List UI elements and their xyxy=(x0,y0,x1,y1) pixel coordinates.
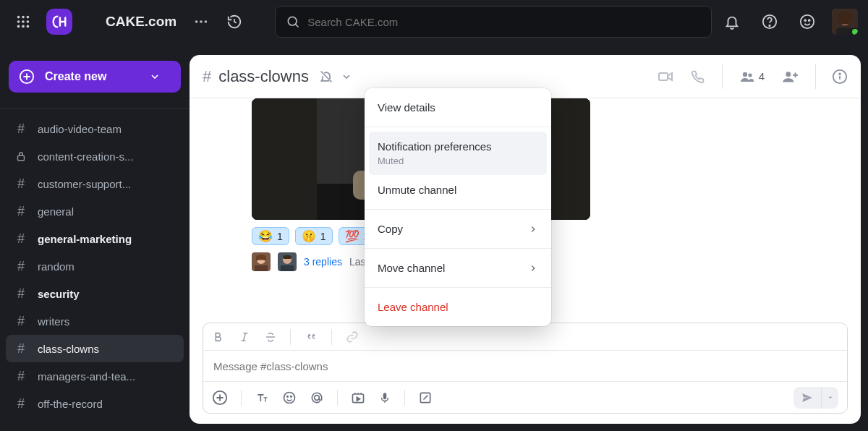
org-name[interactable]: CAKE.com xyxy=(106,14,176,30)
member-count[interactable]: 4 xyxy=(739,68,765,85)
channel-label: security xyxy=(38,288,80,300)
sidebar-channel-class-clowns[interactable]: #class-clowns xyxy=(6,335,184,362)
svg-point-11 xyxy=(205,20,208,23)
svg-point-2 xyxy=(27,16,30,19)
sidebar-channel-audio-video-team[interactable]: #audio-video-team xyxy=(6,115,184,142)
emoji-icon[interactable] xyxy=(794,9,820,35)
people-icon xyxy=(739,68,756,85)
svg-point-9 xyxy=(195,20,198,23)
svg-point-12 xyxy=(289,17,297,25)
sidebar-channel-managers-and-tea-[interactable]: #managers-and-tea... xyxy=(6,362,184,390)
sidebar-channel-writers[interactable]: #writers xyxy=(6,307,184,335)
channel-name: class-clowns xyxy=(218,67,309,86)
channel-title[interactable]: # class-clowns xyxy=(203,67,309,86)
svg-point-25 xyxy=(748,73,752,77)
mention-icon[interactable] xyxy=(310,391,324,405)
svg-point-46 xyxy=(284,392,295,403)
lock-icon xyxy=(14,150,27,163)
history-icon[interactable] xyxy=(221,9,247,35)
help-icon[interactable] xyxy=(757,9,783,35)
svg-point-14 xyxy=(769,25,770,26)
strikethrough-icon[interactable] xyxy=(264,330,277,343)
add-people-icon[interactable] xyxy=(780,67,799,86)
muted-bell-icon[interactable] xyxy=(319,69,333,84)
sidebar-channel-security[interactable]: #security xyxy=(6,280,184,307)
reaction-😂[interactable]: 😂1 xyxy=(252,227,289,245)
info-icon[interactable] xyxy=(832,69,848,85)
svg-point-47 xyxy=(287,396,289,397)
bold-icon[interactable] xyxy=(212,330,225,343)
channel-dropdown-menu: View details Notification preferences Mu… xyxy=(365,88,551,326)
menu-move-channel[interactable]: Move channel xyxy=(365,253,551,283)
svg-point-0 xyxy=(17,16,20,19)
send-options-button[interactable] xyxy=(821,387,838,409)
svg-point-10 xyxy=(200,20,203,23)
menu-leave-channel[interactable]: Leave channel xyxy=(365,292,551,322)
channel-label: audio-video-team xyxy=(38,123,122,135)
record-video-icon[interactable] xyxy=(351,391,365,405)
text-format-icon[interactable] xyxy=(255,391,269,405)
menu-copy[interactable]: Copy xyxy=(365,214,551,244)
create-new-label: Create new xyxy=(45,70,106,83)
svg-point-26 xyxy=(786,72,791,77)
link-icon[interactable] xyxy=(345,330,359,343)
channel-label: managers-and-tea... xyxy=(38,370,135,383)
message-composer xyxy=(203,323,848,414)
svg-rect-22 xyxy=(18,155,25,161)
bell-icon[interactable] xyxy=(719,9,745,35)
sidebar-channel-content-creation-s-[interactable]: content-creation-s... xyxy=(6,142,184,170)
svg-point-15 xyxy=(801,15,814,28)
svg-point-24 xyxy=(742,72,746,76)
search-icon xyxy=(286,14,300,29)
svg-point-48 xyxy=(291,396,292,397)
svg-point-17 xyxy=(809,20,810,21)
sidebar-channel-customer-support-[interactable]: #customer-support... xyxy=(6,170,184,197)
message-input[interactable] xyxy=(213,360,837,372)
channel-label: off-the-record xyxy=(38,398,103,410)
channel-label: general-marketing xyxy=(38,233,132,245)
send-button-group xyxy=(793,387,838,409)
menu-notification-preferences[interactable]: Notification preferences Muted xyxy=(369,132,547,175)
search-bar[interactable] xyxy=(275,6,712,38)
menu-view-details[interactable]: View details xyxy=(365,93,551,122)
channel-label: class-clowns xyxy=(38,343,99,355)
compose-icon[interactable] xyxy=(418,391,433,405)
hash-icon: # xyxy=(14,259,27,274)
channel-label: general xyxy=(38,205,74,218)
profile-avatar[interactable] xyxy=(832,9,858,35)
hash-icon: # xyxy=(14,286,27,302)
sidebar-channel-general[interactable]: #general xyxy=(6,197,184,225)
italic-icon[interactable] xyxy=(238,330,251,343)
hash-icon: # xyxy=(14,314,27,329)
hash-icon: # xyxy=(14,369,27,384)
sidebar: Create new #audio-video-teamcontent-crea… xyxy=(0,43,190,431)
svg-rect-44 xyxy=(281,265,294,271)
brand-logo[interactable] xyxy=(46,9,72,35)
hash-icon: # xyxy=(14,231,27,247)
menu-unmute-channel[interactable]: Unmute channel xyxy=(365,175,551,205)
top-bar: CAKE.com xyxy=(0,0,868,43)
thread-replies-link[interactable]: 3 replies xyxy=(304,256,342,268)
microphone-icon[interactable] xyxy=(378,391,391,405)
sidebar-channel-off-the-record[interactable]: #off-the-record xyxy=(6,390,184,417)
channel-label: customer-support... xyxy=(38,178,131,190)
chevron-right-icon xyxy=(528,263,538,273)
channel-menu-chevron-icon[interactable] xyxy=(341,71,352,82)
sidebar-channel-random[interactable]: #random xyxy=(6,252,184,280)
quote-icon[interactable] xyxy=(304,330,318,343)
sidebar-channel-general-marketing[interactable]: #general-marketing xyxy=(6,225,184,252)
channel-label: content-creation-s... xyxy=(38,150,134,163)
search-input[interactable] xyxy=(307,16,701,28)
create-new-button[interactable]: Create new xyxy=(9,61,181,93)
send-button[interactable] xyxy=(793,387,821,409)
reaction-🤫[interactable]: 🤫1 xyxy=(295,227,333,245)
hash-icon: # xyxy=(14,341,27,357)
hash-icon: # xyxy=(14,396,27,411)
add-attachment-icon[interactable] xyxy=(212,390,228,406)
apps-grid-icon[interactable] xyxy=(10,9,36,35)
insert-emoji-icon[interactable] xyxy=(282,391,297,405)
phone-call-icon[interactable] xyxy=(690,69,706,85)
more-icon[interactable] xyxy=(188,9,214,35)
video-call-icon[interactable] xyxy=(657,68,674,85)
composer-toolbar xyxy=(203,381,847,413)
